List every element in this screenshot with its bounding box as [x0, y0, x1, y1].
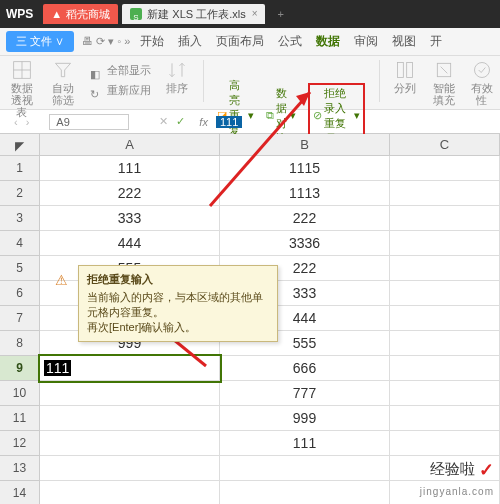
- row-header[interactable]: 7: [0, 306, 40, 331]
- cell[interactable]: [390, 406, 500, 431]
- cell[interactable]: [40, 456, 220, 481]
- row-header[interactable]: 2: [0, 181, 40, 206]
- title-bar: WPS ▲ 稻壳商城 新建 XLS 工作表.xls × +: [0, 0, 500, 28]
- col-header-b[interactable]: B: [220, 134, 390, 156]
- confirm-icon[interactable]: ✓: [176, 115, 185, 128]
- cell[interactable]: [220, 481, 390, 504]
- sort-icon: [165, 60, 189, 80]
- cell[interactable]: [390, 231, 500, 256]
- name-box[interactable]: A9: [49, 114, 129, 130]
- smartfill-icon: [432, 60, 456, 80]
- menu-review[interactable]: 审阅: [354, 33, 378, 50]
- cell[interactable]: [40, 431, 220, 456]
- tab-file[interactable]: 新建 XLS 工作表.xls ×: [122, 4, 265, 24]
- cell[interactable]: [390, 256, 500, 281]
- fx-label[interactable]: fx: [199, 116, 208, 128]
- cell[interactable]: [40, 381, 220, 406]
- col-header-a[interactable]: A: [40, 134, 220, 156]
- row-header[interactable]: 8: [0, 331, 40, 356]
- store-icon: ▲: [51, 4, 62, 24]
- cell[interactable]: [390, 381, 500, 406]
- row-header[interactable]: 12: [0, 431, 40, 456]
- cell[interactable]: [390, 331, 500, 356]
- validity-icon: [470, 60, 494, 80]
- cell[interactable]: 111: [220, 431, 390, 456]
- ribbon-smartfill[interactable]: 智能填充: [431, 60, 456, 106]
- cell[interactable]: 222: [220, 206, 390, 231]
- row-header[interactable]: 4: [0, 231, 40, 256]
- tooltip-line1: 当前输入的内容，与本区域的其他单元格内容重复。: [87, 290, 269, 320]
- select-all-corner[interactable]: ◤: [0, 134, 40, 156]
- watermark-sub: jingyanla.com: [420, 486, 494, 497]
- quick-access[interactable]: 🖶 ⟳ ▾ ◦ »: [82, 35, 130, 48]
- cell[interactable]: 666: [220, 356, 390, 381]
- menu-layout[interactable]: 页面布局: [216, 33, 264, 50]
- ribbon-sort[interactable]: 排序: [165, 60, 189, 94]
- warning-icon: [59, 272, 75, 288]
- row-header[interactable]: 1: [0, 156, 40, 181]
- row-header[interactable]: 11: [0, 406, 40, 431]
- row-header[interactable]: 3: [0, 206, 40, 231]
- cell[interactable]: 999: [220, 406, 390, 431]
- menu-data[interactable]: 数据: [316, 33, 340, 50]
- funnel-icon: [51, 60, 75, 80]
- tab-file-label: 新建 XLS 工作表.xls: [147, 4, 245, 24]
- cell[interactable]: 222: [40, 181, 220, 206]
- menu-formula[interactable]: 公式: [278, 33, 302, 50]
- cell[interactable]: 333: [40, 206, 220, 231]
- cell[interactable]: 777: [220, 381, 390, 406]
- ribbon-reapply[interactable]: ↻重新应用: [90, 80, 151, 100]
- chevron-down-icon: ▾: [248, 109, 254, 122]
- cell[interactable]: [220, 456, 390, 481]
- col-header-c[interactable]: C: [390, 134, 500, 156]
- cell[interactable]: [390, 281, 500, 306]
- pivot-label: 数据透视表: [6, 82, 37, 118]
- tab-store[interactable]: ▲ 稻壳商城: [43, 4, 118, 24]
- tab-add[interactable]: +: [269, 4, 291, 24]
- cell[interactable]: 444: [40, 231, 220, 256]
- check-icon: ✓: [479, 460, 494, 480]
- cell[interactable]: [390, 306, 500, 331]
- active-cell[interactable]: 111: [40, 356, 220, 381]
- ribbon-separator: [379, 60, 380, 102]
- cell[interactable]: [390, 431, 500, 456]
- close-icon[interactable]: ×: [252, 4, 258, 24]
- ribbon-autofilter[interactable]: 自动筛选: [51, 60, 76, 106]
- tab-store-label: 稻壳商城: [66, 4, 110, 24]
- ribbon-validity[interactable]: 有效性: [470, 60, 494, 106]
- cell[interactable]: [390, 156, 500, 181]
- cancel-icon[interactable]: ✕: [159, 115, 168, 128]
- menu-start[interactable]: 开始: [140, 33, 164, 50]
- cell[interactable]: 1113: [220, 181, 390, 206]
- row-header[interactable]: 13: [0, 456, 40, 481]
- row-header[interactable]: 9: [0, 356, 40, 381]
- row-header[interactable]: 10: [0, 381, 40, 406]
- cell[interactable]: [390, 181, 500, 206]
- formula-value[interactable]: 111: [216, 116, 242, 128]
- svg-rect-5: [407, 63, 413, 78]
- cell[interactable]: 111: [40, 156, 220, 181]
- menu-insert[interactable]: 插入: [178, 33, 202, 50]
- file-menu[interactable]: 三 文件 ∨: [6, 31, 74, 52]
- row-header[interactable]: 5: [0, 256, 40, 281]
- cell[interactable]: [40, 406, 220, 431]
- reject-dup-icon: ⊘: [313, 109, 322, 122]
- cell[interactable]: 3336: [220, 231, 390, 256]
- ribbon-splitcol[interactable]: 分列: [393, 60, 417, 94]
- showall-icon: ◧: [90, 64, 104, 78]
- row-header[interactable]: 14: [0, 481, 40, 504]
- cell[interactable]: [390, 356, 500, 381]
- menu-dev[interactable]: 开: [430, 33, 442, 50]
- cell[interactable]: 1115: [220, 156, 390, 181]
- menu-view[interactable]: 视图: [392, 33, 416, 50]
- row-header[interactable]: 6: [0, 281, 40, 306]
- cell[interactable]: [40, 481, 220, 504]
- svg-point-7: [474, 63, 489, 78]
- ribbon-pivot[interactable]: 数据透视表: [6, 60, 37, 118]
- chevron-right-icon[interactable]: ›: [26, 116, 30, 128]
- chevron-left-icon[interactable]: ‹: [14, 116, 18, 128]
- ribbon: 数据透视表 自动筛选 ◧全部显示 ↻重新应用 排序 ◪ 高亮重复项▾ ⧉ 数据对…: [0, 56, 500, 110]
- ribbon-showall[interactable]: ◧全部显示: [90, 60, 151, 80]
- wps-logo: WPS: [6, 7, 33, 21]
- cell[interactable]: [390, 206, 500, 231]
